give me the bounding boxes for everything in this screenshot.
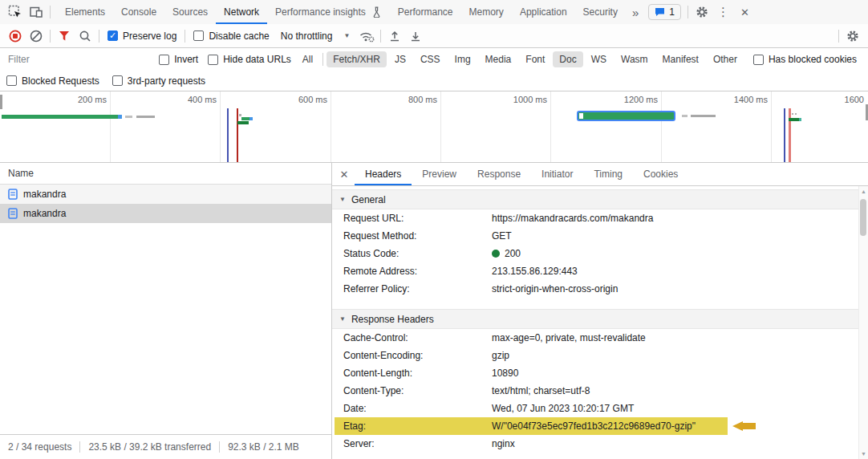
close-devtools-icon[interactable]: ✕	[734, 6, 756, 18]
filter-input[interactable]	[6, 53, 144, 66]
filter-type-ws[interactable]: WS	[585, 51, 613, 67]
details-tab-headers[interactable]: Headers	[355, 163, 412, 185]
waterfall-bar[interactable]	[237, 121, 249, 124]
invert-checkbox[interactable]	[159, 55, 169, 65]
divider	[50, 30, 51, 43]
filter-type-font[interactable]: Font	[519, 51, 551, 67]
tab-performance[interactable]: Performance	[390, 0, 461, 24]
waterfall-bar[interactable]	[682, 115, 688, 117]
blocked-requests-checkbox[interactable]	[6, 75, 17, 86]
scroll-down-icon[interactable]: ▼	[861, 451, 866, 457]
blocked-requests-toggle[interactable]: Blocked Requests	[6, 75, 99, 87]
waterfall-bar[interactable]	[237, 108, 238, 163]
network-settings-gear-icon[interactable]	[842, 26, 863, 47]
inspect-element-icon[interactable]	[5, 2, 26, 22]
tab-sources[interactable]: Sources	[164, 0, 216, 24]
tab-network[interactable]: Network	[216, 0, 267, 24]
devtools-tabbar: ElementsConsoleSourcesNetworkPerformance…	[0, 0, 868, 24]
filter-type-css[interactable]: CSS	[414, 51, 447, 67]
header-name: Date:	[343, 403, 492, 414]
section-header-response-headers[interactable]: ▼Response Headers	[332, 309, 858, 329]
waterfall-bar[interactable]	[136, 116, 155, 118]
filter-type-doc[interactable]: Doc	[553, 51, 582, 67]
tab-security[interactable]: Security	[575, 0, 626, 24]
waterfall-bar[interactable]	[792, 113, 793, 115]
more-tabs-button[interactable]: »	[626, 6, 645, 19]
device-toolbar-icon[interactable]	[26, 2, 47, 22]
name-column-header[interactable]: Name	[0, 163, 331, 185]
waterfall-bar[interactable]	[2, 115, 118, 119]
details-tab-preview[interactable]: Preview	[412, 163, 467, 185]
tab-elements[interactable]: Elements	[57, 0, 113, 24]
filter-type-js[interactable]: JS	[388, 51, 412, 67]
preserve-log-checkbox[interactable]	[107, 30, 118, 41]
has-blocked-cookies-checkbox[interactable]	[753, 55, 764, 65]
tab-performance-insights[interactable]: Performance insights	[267, 0, 390, 24]
scroll-up-icon[interactable]: ▲	[861, 189, 866, 194]
filter-type-all[interactable]: All	[296, 51, 319, 67]
request-row[interactable]: makandra	[0, 204, 331, 223]
issues-badge[interactable]: 1	[648, 4, 681, 20]
record-network-log-icon[interactable]	[5, 26, 26, 47]
tab-console[interactable]: Console	[113, 0, 164, 24]
search-icon[interactable]	[75, 26, 95, 47]
throttling-select[interactable]: No throttling ▼	[281, 30, 351, 42]
header-value: max-age=0, private, must-revalidate	[492, 332, 646, 343]
message-bubble-icon	[655, 7, 665, 17]
waterfall-bar[interactable]	[118, 115, 122, 119]
disable-cache-toggle[interactable]: Disable cache	[193, 30, 269, 42]
details-tab-initiator[interactable]: Initiator	[531, 163, 583, 185]
has-blocked-cookies-toggle[interactable]: Has blocked cookies	[753, 54, 857, 65]
filter-type-other[interactable]: Other	[707, 51, 744, 67]
export-har-icon[interactable]	[384, 26, 405, 47]
network-conditions-icon[interactable]	[356, 26, 377, 47]
hide-data-urls-checkbox[interactable]	[208, 55, 218, 65]
waterfall-bar[interactable]	[789, 118, 799, 121]
filter-type-manifest[interactable]: Manifest	[656, 51, 705, 67]
network-overview-timeline[interactable]: 200 ms400 ms600 ms800 ms1000 ms1200 ms14…	[0, 91, 868, 163]
details-tab-cookies[interactable]: Cookies	[633, 163, 688, 185]
timeline-gridline	[550, 91, 551, 162]
filter-type-img[interactable]: Img	[448, 51, 477, 67]
header-value: nginx	[492, 438, 515, 449]
waterfall-bar[interactable]	[239, 114, 241, 116]
disable-cache-checkbox[interactable]	[193, 30, 204, 41]
third-party-requests-toggle[interactable]: 3rd-party requests	[112, 75, 205, 87]
import-har-icon[interactable]	[405, 26, 426, 47]
filter-type-wasm[interactable]: Wasm	[614, 51, 655, 67]
filter-type-media[interactable]: Media	[479, 51, 518, 67]
waterfall-bar[interactable]	[795, 113, 797, 115]
tab-label: Performance insights	[275, 6, 366, 18]
selected-request-bar[interactable]	[577, 111, 675, 121]
details-tab-response[interactable]: Response	[467, 163, 531, 185]
waterfall-bar[interactable]	[125, 116, 132, 118]
waterfall-bar[interactable]	[789, 108, 791, 163]
section-header-general[interactable]: ▼General	[332, 189, 858, 209]
clear-network-log-icon[interactable]	[26, 26, 47, 47]
preserve-log-label: Preserve log	[123, 30, 176, 42]
third-party-requests-checkbox[interactable]	[112, 75, 123, 86]
request-row[interactable]: makandra	[0, 185, 331, 204]
hide-data-urls-toggle[interactable]: Hide data URLs	[208, 54, 291, 65]
status-ok-dot-icon	[492, 250, 500, 258]
waterfall-bar[interactable]	[799, 118, 801, 121]
details-tab-timing[interactable]: Timing	[583, 163, 633, 185]
tab-application[interactable]: Application	[512, 0, 575, 24]
waterfall-bar[interactable]	[0, 95, 2, 109]
scrollbar-thumb[interactable]	[860, 199, 866, 236]
details-tabs: HeadersPreviewResponseInitiatorTimingCoo…	[355, 163, 688, 185]
overflow-menu-icon[interactable]: ⋮	[712, 5, 734, 19]
waterfall-bar[interactable]	[241, 117, 249, 120]
tab-memory[interactable]: Memory	[461, 0, 512, 24]
invert-label: Invert	[174, 54, 198, 65]
filter-funnel-icon[interactable]	[54, 26, 75, 47]
filter-type-fetch-xhr[interactable]: Fetch/XHR	[327, 51, 387, 67]
settings-gear-icon[interactable]	[692, 2, 712, 22]
invert-toggle[interactable]: Invert	[159, 54, 198, 65]
preserve-log-toggle[interactable]: Preserve log	[107, 30, 176, 42]
waterfall-bar[interactable]	[784, 108, 785, 163]
waterfall-bar[interactable]	[249, 117, 253, 120]
waterfall-bar[interactable]	[227, 108, 229, 163]
waterfall-bar[interactable]	[691, 115, 716, 117]
close-details-icon[interactable]: ✕	[334, 169, 355, 181]
